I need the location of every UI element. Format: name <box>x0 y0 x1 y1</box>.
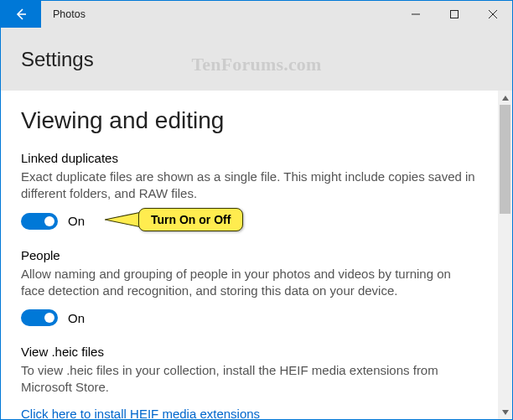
callout-arrow-icon <box>105 211 142 228</box>
toggle-knob-icon <box>44 216 54 226</box>
linked-duplicates-toggle-row: On Turn On or Off <box>21 213 478 230</box>
heic-install-link[interactable]: Click here to install HEIF media extensi… <box>21 407 260 420</box>
heic-title: View .heic files <box>21 345 478 359</box>
section-heading: Viewing and editing <box>21 107 478 134</box>
people-toggle-row: On <box>21 309 478 326</box>
scroll-thumb[interactable] <box>500 105 510 214</box>
scroll-down-button[interactable] <box>498 405 512 419</box>
people-desc: Allow naming and grouping of people in y… <box>21 266 478 300</box>
svg-marker-4 <box>105 212 142 227</box>
maximize-icon <box>450 10 459 18</box>
toggle-knob-icon <box>44 313 54 323</box>
people-toggle-label: On <box>68 311 85 325</box>
svg-rect-1 <box>451 11 459 18</box>
people-toggle[interactable] <box>21 309 58 326</box>
chevron-down-icon <box>502 410 509 415</box>
titlebar-spacer <box>86 1 396 28</box>
back-button[interactable] <box>1 1 41 28</box>
people-title: People <box>21 248 478 262</box>
callout: Turn On or Off <box>138 208 243 231</box>
page-title: Settings <box>21 48 94 71</box>
minimize-button[interactable] <box>396 1 435 28</box>
app-window: Photos Settings TenForums.com Viewing an… <box>0 0 513 420</box>
chevron-up-icon <box>502 96 509 101</box>
window-title: Photos <box>41 1 86 28</box>
svg-marker-5 <box>502 96 509 101</box>
scroll-up-button[interactable] <box>498 91 512 105</box>
maximize-button[interactable] <box>435 1 474 28</box>
linked-duplicates-toggle-label: On <box>68 214 85 228</box>
linked-duplicates-title: Linked duplicates <box>21 151 478 165</box>
close-button[interactable] <box>474 1 512 28</box>
back-arrow-icon <box>14 8 28 21</box>
svg-marker-6 <box>502 410 509 415</box>
minimize-icon <box>412 10 420 18</box>
titlebar: Photos <box>1 1 512 28</box>
callout-text: Turn On or Off <box>138 208 243 231</box>
close-icon <box>489 10 497 18</box>
vertical-scrollbar[interactable] <box>498 91 512 419</box>
linked-duplicates-toggle[interactable] <box>21 213 58 230</box>
page-header: Settings <box>1 28 512 91</box>
content-wrap: Viewing and editing Linked duplicates Ex… <box>1 91 512 419</box>
linked-duplicates-desc: Exact duplicate files are shown as a sin… <box>21 169 478 203</box>
settings-content: Viewing and editing Linked duplicates Ex… <box>1 91 498 419</box>
heic-desc: To view .heic files in your collection, … <box>21 362 478 397</box>
